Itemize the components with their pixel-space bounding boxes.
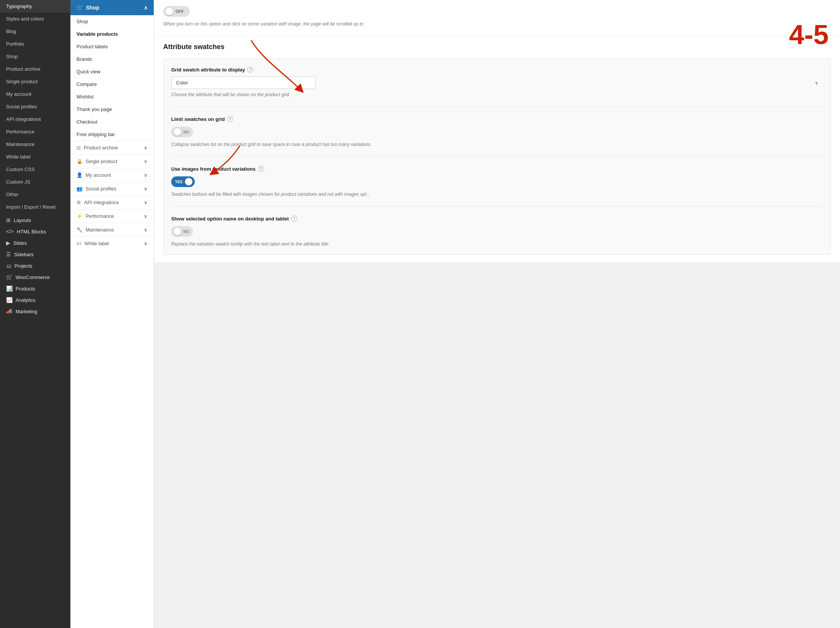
sidebar-item-blog[interactable]: Blog	[0, 25, 70, 38]
mid-item-brands[interactable]: Brands	[70, 53, 154, 65]
grid-swatch-select[interactable]: Color Size Style	[171, 76, 316, 89]
mid-item-shop[interactable]: Shop	[70, 15, 154, 28]
section-title: Attribute swatches	[163, 43, 831, 51]
limit-swatches-field: Limit swatches on grid ? NO Collapse swa…	[171, 116, 823, 157]
limit-swatches-toggle[interactable]: NO	[171, 127, 193, 137]
maintenance-icon: 🔧	[76, 227, 83, 233]
sidebar-item-custom-css[interactable]: Custom CSS	[0, 163, 70, 176]
products-icon: 📊	[6, 285, 13, 292]
use-images-toggle[interactable]: YES	[171, 176, 195, 187]
show-selected-toggle[interactable]: NO	[171, 226, 193, 237]
sidebar-item-custom-js[interactable]: Custom JS	[0, 176, 70, 188]
mid-section-product-archive[interactable]: ⊟ Product archive ∨	[70, 141, 154, 154]
mid-item-wishlist[interactable]: Wishlist	[70, 90, 154, 103]
use-images-label: Use images from product variations ?	[171, 166, 823, 172]
sidebar-item-other[interactable]: Other	[0, 188, 70, 201]
mid-item-compare[interactable]: Compare	[70, 78, 154, 90]
mid-section-single-product[interactable]: 🔒 Single product ∨	[70, 154, 154, 168]
sidebar-item-my-account[interactable]: My account	[0, 88, 70, 100]
mid-item-checkout[interactable]: Checkout	[70, 116, 154, 128]
sidebar-item-import-export[interactable]: Import / Export / Reset	[0, 201, 70, 213]
sidebar-section-html-blocks[interactable]: </> HTML Blocks	[0, 225, 70, 236]
chevron-down-icon: ∨	[144, 172, 148, 178]
show-selected-helper: Replace the variation swatch tooltip wit…	[171, 241, 823, 247]
show-selected-help-icon[interactable]: ?	[291, 216, 297, 222]
woocommerce-icon: 🛒	[6, 274, 13, 280]
left-sidebar: Typography Styles and colors Blog Portfo…	[0, 0, 70, 628]
grid-swatch-field: Grid swatch attribute to display ? Color…	[171, 67, 823, 107]
chevron-down-icon: ∨	[144, 213, 148, 219]
toggle-knob	[173, 228, 181, 235]
mid-item-free-shipping[interactable]: Free shipping bar	[70, 128, 154, 141]
use-images-field: Use images from product variations ? YES	[171, 166, 823, 206]
sidebar-item-shop[interactable]: Shop	[0, 50, 70, 63]
sidebar-item-white-label[interactable]: White label	[0, 151, 70, 163]
sidebar-section-layouts[interactable]: ⊞ Layouts	[0, 213, 70, 225]
mid-section-performance[interactable]: ⚡ Performance ∨	[70, 209, 154, 223]
shop-cart-icon: 🛒	[76, 5, 83, 11]
mid-item-product-labels[interactable]: Product labels	[70, 40, 154, 53]
main-content: OFF When you turn on this option and cli…	[154, 0, 840, 628]
top-toggle-button[interactable]: OFF	[163, 6, 190, 17]
mid-section-maintenance[interactable]: 🔧 Maintenance ∨	[70, 223, 154, 236]
grid-swatch-help-icon[interactable]: ?	[247, 67, 253, 73]
use-images-help-icon[interactable]: ?	[258, 166, 264, 172]
my-account-icon: 👤	[76, 172, 83, 178]
sidebar-item-product-archive[interactable]: Product archive	[0, 63, 70, 75]
swatches-card: Grid swatch attribute to display ? Color…	[163, 59, 831, 255]
mid-item-variable-products[interactable]: Variable products	[70, 28, 154, 40]
mid-section-social-profiles[interactable]: 👥 Social profiles ∨	[70, 182, 154, 195]
sidebar-section-slides[interactable]: ▶ Slides	[0, 236, 70, 247]
sidebar-section-marketing[interactable]: 📣 Marketing	[0, 304, 70, 316]
limit-swatches-label: Limit swatches on grid ?	[171, 116, 823, 122]
shop-header[interactable]: 🛒 Shop ∧	[70, 0, 154, 15]
show-selected-field: Show selected option name on desktop and…	[171, 216, 823, 247]
main-wrapper: 4-5 OFF When you turn on this option and…	[154, 0, 840, 628]
top-toggle-row: OFF	[163, 6, 831, 17]
mid-item-quick-view[interactable]: Quick view	[70, 65, 154, 78]
social-profiles-icon: 👥	[76, 186, 83, 192]
analytics-icon: 📈	[6, 297, 13, 303]
chevron-down-icon: ∨	[144, 200, 148, 205]
api-icon: ⚙	[76, 200, 81, 205]
limit-swatches-help-icon[interactable]: ?	[227, 116, 233, 122]
attribute-swatches-section: Attribute swatches Grid swatch attribute…	[154, 35, 840, 262]
toggle-knob	[173, 128, 181, 136]
marketing-icon: 📣	[6, 308, 13, 314]
limit-swatches-helper: Collapse swatches list on the product gr…	[171, 142, 823, 147]
single-product-icon: 🔒	[76, 159, 83, 164]
top-section: OFF When you turn on this option and cli…	[154, 0, 840, 35]
sidebar-section-woocommerce[interactable]: 🛒 WooCommerce	[0, 270, 70, 282]
projects-icon: 🗂	[6, 263, 11, 269]
chevron-down-icon: ∨	[144, 241, 148, 246]
chevron-down-icon: ∨	[144, 159, 148, 164]
sidebar-section-products[interactable]: 📊 Products	[0, 282, 70, 293]
chevron-down-icon: ∨	[144, 145, 148, 151]
sidebar-item-portfolio[interactable]: Portfolio	[0, 38, 70, 50]
sidebar-item-social-profiles[interactable]: Social profiles	[0, 100, 70, 113]
toggle-knob	[185, 178, 192, 186]
collapse-icon[interactable]: ∧	[144, 5, 148, 11]
mid-section-white-label[interactable]: 🏷 White label ∨	[70, 236, 154, 250]
product-archive-icon: ⊟	[76, 145, 81, 151]
mid-section-my-account[interactable]: 👤 My account ∨	[70, 168, 154, 182]
mid-section-api-integrations[interactable]: ⚙ API integrations ∨	[70, 195, 154, 209]
sidebar-item-styles[interactable]: Styles and colors	[0, 13, 70, 25]
sidebar-item-single-product[interactable]: Single product	[0, 75, 70, 88]
sidebar-item-maintenance[interactable]: Maintenance	[0, 138, 70, 151]
sidebar-section-projects[interactable]: 🗂 Projects	[0, 259, 70, 270]
sidebar-item-api-integrations[interactable]: API integrations	[0, 113, 70, 125]
sidebars-icon: ☰	[6, 251, 11, 257]
sidebar-item-typography[interactable]: Typography	[0, 0, 70, 13]
show-selected-label: Show selected option name on desktop and…	[171, 216, 823, 222]
sidebar-item-performance[interactable]: Performance	[0, 125, 70, 138]
sidebar-section-sidebars[interactable]: ☰ Sidebars	[0, 247, 70, 259]
toggle-knob	[165, 8, 173, 15]
chevron-down-icon: ∨	[144, 227, 148, 233]
grid-swatch-label: Grid swatch attribute to display ?	[171, 67, 823, 73]
use-images-helper: Swatches buttons will be filled with ima…	[171, 192, 823, 197]
sidebar-section-analytics[interactable]: 📈 Analytics	[0, 293, 70, 304]
top-description: When you turn on this option and click o…	[163, 21, 831, 27]
mid-item-thank-you[interactable]: Thank you page	[70, 103, 154, 116]
html-blocks-icon: </>	[6, 228, 14, 235]
